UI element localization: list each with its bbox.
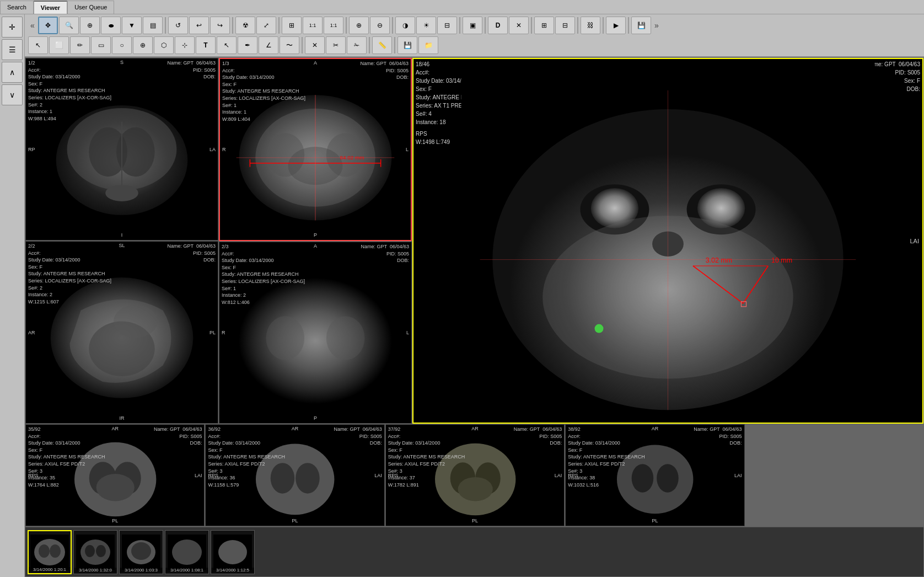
- 1to1a-button[interactable]: 1:1: [303, 17, 323, 34]
- move-tool-button[interactable]: ✥: [38, 17, 58, 34]
- zoom-out-button[interactable]: ⊖: [370, 17, 390, 34]
- curve-button[interactable]: 〜: [280, 36, 299, 54]
- freehand-button[interactable]: ✏: [70, 36, 90, 54]
- panel1-right-label: LA: [209, 147, 216, 152]
- sep7: [485, 17, 486, 34]
- panel3-right-label: L: [406, 147, 409, 152]
- open-button[interactable]: 📁: [418, 36, 438, 54]
- close-all-button[interactable]: ✕: [509, 17, 529, 34]
- monitor-button[interactable]: ▣: [463, 17, 482, 34]
- grid3x3-button[interactable]: ⊟: [555, 17, 575, 34]
- panel2-bottom-label: IR: [120, 415, 125, 421]
- viewer-panel-5[interactable]: 35/92 Acc#: Study Date: 03/14/2000 Sex: …: [25, 424, 205, 526]
- sep11: [628, 17, 629, 34]
- down-arrow-button[interactable]: ∨: [2, 84, 23, 105]
- svg-point-72: [131, 542, 151, 560]
- viewer-panel-8[interactable]: 38/92 Acc#: Study Date: 03/14/2000 Sex: …: [565, 424, 744, 526]
- rotate-ccw-button[interactable]: ↺: [168, 17, 188, 34]
- viewer-panel-large[interactable]: 18/46 Acc#: Study Date: 03/14/2000 Sex: …: [412, 58, 923, 424]
- panel3-top-label: A: [314, 60, 317, 66]
- viewer-panel-3[interactable]: 1/3 Acc#: Study Date: 03/14/2000 Sex: F …: [219, 58, 412, 241]
- svg-point-76: [218, 540, 247, 564]
- save-button[interactable]: 💾: [631, 17, 651, 34]
- filmstrip-thumb-3-label: 3/14/2000 1:03:3: [120, 568, 163, 573]
- scissors2-button[interactable]: ✁: [347, 36, 367, 54]
- link-button[interactable]: ⛓: [581, 17, 600, 34]
- content-area: « ✥ 🔍 ⊕ ⬬ ▼ ▤ ↺ ↩ ↪ ☢ ⤢ ⊞ 1:1 1:1: [25, 14, 924, 577]
- panel3-left-label: R: [222, 147, 226, 152]
- magnify-tool-button[interactable]: 🔍: [59, 17, 79, 34]
- pan-tool-button[interactable]: ⊕: [80, 17, 100, 34]
- 1to1b-button[interactable]: 1:1: [324, 17, 343, 34]
- scroll-button[interactable]: ⤢: [256, 17, 276, 34]
- panel2-header-right: Name: GPT 06/04/63 PID: S005 DOB:: [168, 243, 216, 264]
- toolbar-right-arrow[interactable]: »: [652, 17, 661, 34]
- text-button[interactable]: T: [196, 36, 216, 54]
- svg-point-69: [96, 545, 106, 557]
- filmstrip-thumb-5-label: 3/14/2000 1:12:5: [211, 568, 254, 573]
- svg-point-64: [39, 544, 50, 558]
- panel4-info: 2/3 Acc#: Study Date: 03/14/2000 Sex: F …: [222, 243, 305, 306]
- toolbar-left-arrow[interactable]: «: [28, 17, 37, 34]
- filmstrip-thumb-2[interactable]: 3/14/2000 1:32:0: [73, 530, 117, 574]
- panel4-top-label: A: [314, 243, 317, 249]
- layers-button[interactable]: ▤: [143, 17, 163, 34]
- sep5: [392, 17, 393, 34]
- rectangle-button[interactable]: ▭: [91, 36, 111, 54]
- viewer-panel-6[interactable]: 36/92 Acc#: Study Date: 03/14/2000 Sex: …: [205, 424, 384, 526]
- cursor-button[interactable]: ↖: [217, 36, 237, 54]
- zoom-in-button[interactable]: ⊕: [349, 17, 369, 34]
- erase-button[interactable]: ✕: [305, 36, 325, 54]
- tab-search[interactable]: Search: [0, 1, 34, 14]
- filmstrip-thumb-5[interactable]: 3/14/2000 1:12:5: [211, 530, 255, 574]
- roi-button[interactable]: ⬜: [49, 36, 69, 54]
- oval-button[interactable]: ○: [112, 36, 132, 54]
- pencil-button[interactable]: ✒: [238, 36, 257, 54]
- viewer-panel-2[interactable]: 2/2 Acc#: Study Date: 03/14/2000 Sex: F …: [25, 241, 218, 424]
- wl-sliders-button[interactable]: ⊟: [437, 17, 457, 34]
- filmstrip-thumb-1[interactable]: 3/14/2000 1:20:1: [28, 530, 72, 574]
- angle-button[interactable]: ∠: [259, 36, 278, 54]
- svg-point-25: [266, 316, 305, 360]
- point-button[interactable]: ⊕: [133, 36, 153, 54]
- multipoint-button[interactable]: ⊹: [175, 36, 195, 54]
- svg-point-68: [85, 545, 95, 557]
- flip-v-button[interactable]: ↪: [210, 17, 230, 34]
- d-button[interactable]: D: [488, 17, 508, 34]
- panel1-bottom-label: I: [121, 232, 123, 238]
- contrast-button[interactable]: ◑: [395, 17, 415, 34]
- sep4: [346, 17, 347, 34]
- panel4-right-label: L: [406, 330, 409, 335]
- radiation-button[interactable]: ☢: [235, 17, 255, 34]
- save2-button[interactable]: 💾: [397, 36, 417, 54]
- viewer-panel-4[interactable]: 2/3 Acc#: Study Date: 03/14/2000 Sex: F …: [219, 242, 412, 424]
- scissors-button[interactable]: ✂: [326, 36, 346, 54]
- dropdown1-button[interactable]: ▼: [122, 17, 142, 34]
- viewer-panel-7[interactable]: 37/92 Acc#: Study Date: 03/14/2000 Sex: …: [385, 424, 565, 526]
- brightness-button[interactable]: ☀: [416, 17, 436, 34]
- panel5-header-right: Name: GPT 06/04/63 PID: S005 DOB:: [154, 426, 202, 447]
- filmstrip-thumb-4[interactable]: 3/14/2000 1:08:1: [165, 530, 209, 574]
- list-button[interactable]: ☰: [2, 39, 23, 60]
- tab-user-queue[interactable]: User Queue: [67, 1, 114, 14]
- panel3-header-right: Name: GPT 06/04/63 PID: S005 DOB:: [361, 60, 409, 81]
- grid2x2-button[interactable]: ⊞: [534, 17, 554, 34]
- filmstrip-thumb-3[interactable]: 3/14/2000 1:03:3: [119, 530, 163, 574]
- up-arrow-button[interactable]: ∧: [2, 62, 23, 83]
- sep3: [278, 17, 280, 34]
- fit-screen-button[interactable]: ⊞: [282, 17, 302, 34]
- select-arrow-button[interactable]: ↖: [28, 36, 48, 54]
- viewer-panel-1[interactable]: 1/2 Acc#: Study Date: 03/14/2000 Sex: F …: [25, 58, 218, 241]
- polygon-button[interactable]: ⬡: [154, 36, 174, 54]
- tab-viewer[interactable]: Viewer: [34, 1, 67, 14]
- ellipse-tool-button[interactable]: ⬬: [101, 17, 121, 34]
- svg-point-67: [80, 539, 110, 565]
- sep13: [369, 37, 370, 54]
- ruler-button[interactable]: 📏: [372, 36, 392, 54]
- panel2-right-label: PL: [209, 330, 216, 335]
- flip-h-button[interactable]: ↩: [189, 17, 209, 34]
- panel1-left-label: RP: [28, 147, 35, 152]
- crosshair-button[interactable]: ✛: [2, 17, 23, 38]
- cine-button[interactable]: ▶: [606, 17, 626, 34]
- svg-text:84.02 mm: 84.02 mm: [340, 154, 364, 161]
